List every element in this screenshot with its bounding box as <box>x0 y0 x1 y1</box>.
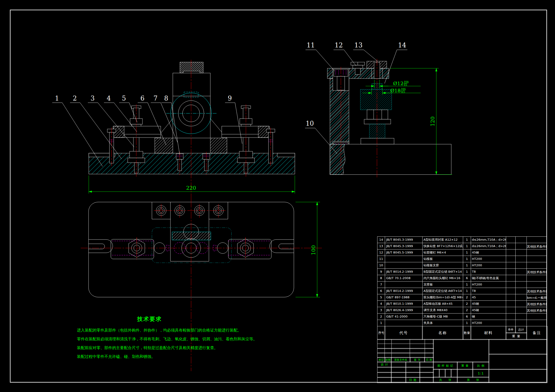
bom-code: JB/T 8010.1-1999 <box>385 301 423 307</box>
bom-seq: 14 <box>377 237 385 243</box>
tech-req-line-1: 进入装配的零件及部件（包括外购件、外协件），均必须具有检验部门的合格证方能进行装… <box>77 328 241 333</box>
bom-row: 13 JB/T 8045.3-1999 快换钻套 8F7×12h6×12或8E7… <box>377 243 547 249</box>
stamp-cell <box>439 369 445 378</box>
label-scale: 比 例 <box>472 362 489 370</box>
workpiece-section <box>360 84 394 144</box>
bom-seq: 1 <box>377 320 385 326</box>
callout-6: 6 <box>140 95 144 102</box>
bom-code <box>385 281 423 288</box>
bom-name: A型钻套用衬套 A12×12 <box>423 237 463 243</box>
callout-5: 5 <box>122 95 126 102</box>
bom-qty: 1 <box>463 262 471 269</box>
bom-material: 钢 <box>471 314 506 320</box>
bom-material: T8 <box>471 269 506 275</box>
bom-qty: 2 <box>463 301 471 307</box>
callout-2: 2 <box>73 95 77 102</box>
bom-unit <box>506 275 516 281</box>
bom-remark <box>527 275 547 281</box>
bom-material: HT200 <box>471 262 506 269</box>
bom-qty: 1 <box>463 243 471 249</box>
bom-material: HT200 <box>471 256 506 262</box>
drawing-number-area <box>433 339 489 362</box>
bom-remark: bm=d,一般用于钢对钢 <box>527 294 547 301</box>
bom-material: 钢/不锈钢/有色金属 <box>471 275 506 281</box>
bom-unit <box>506 314 516 320</box>
label-date2: 日 期 <box>405 377 420 383</box>
bom-qty: 6 <box>463 275 471 281</box>
bom-seq: 9 <box>377 269 385 275</box>
callout-12: 12 <box>335 42 343 49</box>
bom-material: 45钢 <box>471 301 506 307</box>
bom-name: 调节支承 M8X40 <box>423 307 463 314</box>
bom-total <box>516 314 527 320</box>
bom-unit <box>506 307 516 314</box>
bom-total <box>516 307 527 314</box>
bom-code: JB/T 8014.2-1999 <box>385 269 423 275</box>
bom-qty: 1 <box>463 281 471 288</box>
callout-10: 10 <box>306 120 314 127</box>
label-weight: 重 量 <box>457 362 473 370</box>
bom-row: 6 JB/T 8014.2-1999 A型固定式定位销 A6f7×14 1 T8… <box>377 288 547 294</box>
bom-total <box>516 320 527 326</box>
bom-code: GB/T 41-2000 <box>385 314 423 320</box>
bom-header-unit: 单件 <box>506 326 516 333</box>
bom-unit <box>506 320 516 326</box>
bom-remark <box>527 249 547 256</box>
bom-seq: 10 <box>377 262 385 269</box>
bom-material: HT200 <box>471 320 506 326</box>
tech-req-line-4: 装配过程中零件不允许磕、碰、划伤和锈蚀。 <box>77 354 155 359</box>
stamp-cell <box>451 369 458 378</box>
bom-name: 钻模板 <box>423 256 463 262</box>
bom-code <box>385 262 423 269</box>
bom-row: 1 夹具体 1 HT200 <box>377 320 547 326</box>
bom-row: 4 JB/T 8010.1-1999 A型移动压板 A8×45 2 45钢 其他… <box>377 301 547 307</box>
bom-total <box>516 256 527 262</box>
bom-header-seq: 序号 <box>377 326 385 340</box>
bom-qty: 1 <box>463 320 471 326</box>
dim-100-text: 100 <box>311 245 316 255</box>
bom-row: 12 JB/T 8045.5-1999 钻套螺钉 M6×4 1 45钢 <box>377 249 547 256</box>
bom-total <box>516 243 527 249</box>
bom-code: JB/T 8014.2-1999 <box>385 288 423 294</box>
bom-unit <box>506 262 516 269</box>
bom-material: 45钢 <box>471 307 506 314</box>
bom-total <box>516 237 527 243</box>
bom-seq: 2 <box>377 314 385 320</box>
callout-7: 7 <box>153 95 157 102</box>
bom-unit <box>506 294 516 301</box>
bom-unit <box>506 281 516 288</box>
title-code-area <box>489 354 548 370</box>
bom-unit <box>506 269 516 275</box>
bom-unit <box>506 249 516 256</box>
bom-qty: 2 <box>463 294 471 301</box>
title-extra-area <box>489 369 548 383</box>
bom-remark: 其他技术条件按JB/T 8010.15的规定 <box>527 301 547 307</box>
bom-qty: 2 <box>463 307 471 314</box>
bom-code <box>385 256 423 262</box>
bom-row: 10 钻模板支撑 1 HT200 <box>377 262 547 269</box>
label-sheet-no: 第 张 <box>457 377 489 383</box>
bom-name: 支撑板 <box>423 281 463 288</box>
bom-row: 3 JB/T 8026.4-1999 调节支承 M8X40 2 45钢 其他技术… <box>377 307 547 314</box>
bom-remark <box>527 237 547 243</box>
bom-header-code: 代号 <box>385 326 423 340</box>
bom-total <box>516 269 527 275</box>
callout-1: 1 <box>55 95 59 102</box>
bom-name: A型移动压板 A8×45 <box>423 301 463 307</box>
fit-texts: Ø12 H8 f5 Ø18 H6 n5 <box>390 80 409 94</box>
bom-row: 2 GB/T 41-2000 六角螺母-C级 M8 6 钢 <box>377 314 547 320</box>
bom-remark: 其他技术条件按JB/T 8014.1的规定 <box>527 269 547 275</box>
bom-total <box>516 301 527 307</box>
signer-cell <box>391 377 406 383</box>
bom-seq: 4 <box>377 301 385 307</box>
bom-row: 9 JB/T 8014.2-1999 B型固定式定位销 B6f7×14 1 T8… <box>377 269 547 275</box>
fit2-base: Ø18 <box>390 88 401 93</box>
bom-total <box>516 281 527 288</box>
bom-material: HT200 <box>471 281 506 288</box>
bom-remark: 其他技术条件按JB/T 8026.3的规定 <box>527 307 547 314</box>
callout-11: 11 <box>307 42 315 49</box>
bom-material: 45 <box>471 294 506 301</box>
bom-material: d≤26mm,T10A；d>26mm,20钢 <box>471 237 506 243</box>
bom-qty: 1 <box>463 249 471 256</box>
tech-req-line-3: 装配前应对零、部件的主要配合尺寸，特别是过盈配合尺寸及相关精度进行复查。 <box>77 345 218 350</box>
